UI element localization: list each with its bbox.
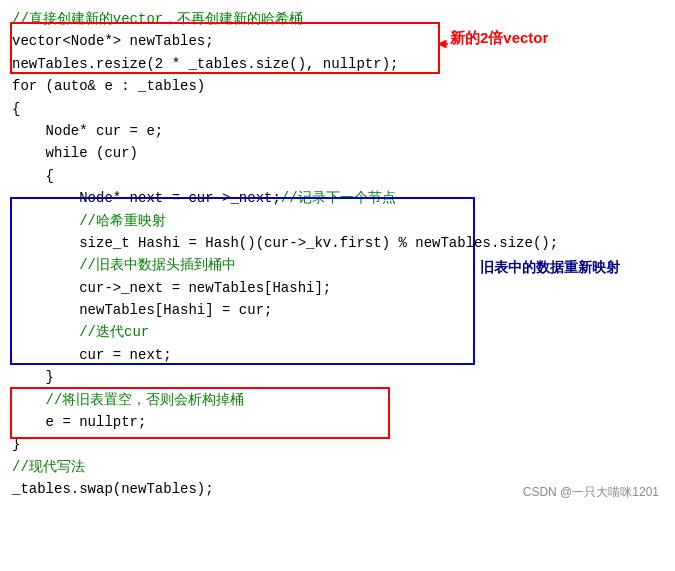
line-21-text: //现代写法	[12, 456, 85, 478]
code-line-1: //直接创建新的vector，不再创建新的哈希桶	[0, 8, 675, 30]
line-9-text: Node* next = cur->_next;	[12, 187, 281, 209]
code-container: //直接创建新的vector，不再创建新的哈希桶 vector<Node*> n…	[0, 0, 675, 509]
line-1-text: //直接创建新的vector，不再创建新的哈希桶	[12, 8, 303, 30]
code-line-17: }	[0, 366, 675, 388]
line-17-text: }	[12, 366, 54, 388]
line-5-text: {	[12, 98, 20, 120]
code-line-18: //将旧表置空，否则会析构掉桶	[0, 389, 675, 411]
line-8-text: {	[12, 165, 54, 187]
code-line-5: {	[0, 98, 675, 120]
code-line-9: Node* next = cur->_next;//记录下一个节点	[0, 187, 675, 209]
code-line-21: //现代写法	[0, 456, 675, 478]
line-6-text: Node* cur = e;	[12, 120, 163, 142]
code-line-16: cur = next;	[0, 344, 675, 366]
code-line-6: Node* cur = e;	[0, 120, 675, 142]
line-20-text: }	[12, 433, 20, 455]
line-4-text: for (auto& e : _tables)	[12, 75, 205, 97]
line-18-text: //将旧表置空，否则会析构掉桶	[12, 389, 244, 411]
code-line-3: newTables.resize(2 * _tables.size(), nul…	[0, 53, 675, 75]
line-7-text: while (cur)	[12, 142, 138, 164]
line-9-comment: //记录下一个节点	[281, 187, 396, 209]
line-16-text: cur = next;	[12, 344, 172, 366]
code-line-15: //迭代cur	[0, 321, 675, 343]
code-line-8: {	[0, 165, 675, 187]
code-line-11: size_t Hashi = Hash()(cur->_kv.first) % …	[0, 232, 675, 254]
code-line-2: vector<Node*> newTables;	[0, 30, 675, 52]
line-14-text: newTables[Hashi] = cur;	[12, 299, 272, 321]
code-line-10: //哈希重映射	[0, 210, 675, 232]
code-line-19: e = nullptr;	[0, 411, 675, 433]
line-13-text: cur->_next = newTables[Hashi];	[12, 277, 331, 299]
blue-label: 旧表中的数据重新映射	[480, 258, 620, 278]
line-22-text: _tables.swap(newTables);	[12, 478, 214, 500]
code-line-7: while (cur)	[0, 142, 675, 164]
line-19-text: e = nullptr;	[12, 411, 146, 433]
code-line-13: cur->_next = newTables[Hashi];	[0, 277, 675, 299]
code-line-4: for (auto& e : _tables)	[0, 75, 675, 97]
code-line-20: }	[0, 433, 675, 455]
footer-credit: CSDN @一只大喵咪1201	[523, 483, 659, 502]
line-15-text: //迭代cur	[12, 321, 149, 343]
line-12-text: //旧表中数据头插到桶中	[12, 254, 236, 276]
line-3-text: newTables.resize(2 * _tables.size(), nul…	[12, 53, 398, 75]
line-2-text: vector<Node*> newTables;	[12, 30, 214, 52]
code-line-14: newTables[Hashi] = cur;	[0, 299, 675, 321]
line-10-text: //哈希重映射	[12, 210, 166, 232]
line-11-text: size_t Hashi = Hash()(cur->_kv.first) % …	[12, 232, 558, 254]
red-top-label: 新的2倍vector	[450, 26, 548, 50]
